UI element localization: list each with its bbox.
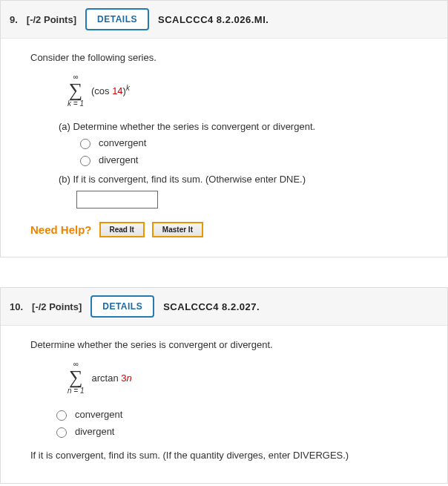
term-prefix: (cos <box>91 86 112 97</box>
sigma-lower: n = 1 <box>67 387 85 395</box>
sigma-icon: ∞ ∑ n = 1 <box>67 361 85 395</box>
part-a-text: (a) Determine whether the series is conv… <box>59 121 426 132</box>
radio-label: convergent <box>75 409 122 420</box>
need-help-label: Need Help? <box>30 223 92 236</box>
radio-divergent[interactable] <box>56 427 67 438</box>
question-header: 9. [-/2 Points] DETAILS SCALCCC4 8.2.026… <box>1 1 447 39</box>
option-convergent[interactable]: convergent <box>53 408 426 421</box>
master-it-button[interactable]: Master It <box>152 222 203 237</box>
term-number: 3 <box>121 372 126 384</box>
radio-convergent[interactable] <box>56 410 67 421</box>
term-number: 14 <box>112 86 122 97</box>
radio-label: convergent <box>99 137 146 148</box>
help-row: Need Help? Read It Master It <box>30 222 426 237</box>
part-b-text: (b) If it is convergent, find its sum. (… <box>59 174 426 185</box>
question-number: 9. <box>10 14 18 25</box>
option-divergent[interactable]: divergent <box>76 154 426 166</box>
reference-code: SCALCCC4 8.2.026.MI. <box>158 14 269 25</box>
sigma-symbol: ∑ <box>69 368 83 387</box>
option-divergent[interactable]: divergent <box>53 425 426 438</box>
sigma-symbol: ∑ <box>69 81 83 100</box>
radio-label: divergent <box>99 154 138 165</box>
prompt-text: Consider the following series. <box>30 52 426 63</box>
question-number: 10. <box>10 301 23 312</box>
series-term: (cos 14)k <box>91 84 130 96</box>
points-label: [-/2 Points] <box>27 14 76 25</box>
series-expression: ∞ ∑ n = 1 arctan 3n <box>67 361 426 395</box>
series-term: arctan 3n <box>92 372 132 384</box>
option-convergent[interactable]: convergent <box>76 137 426 149</box>
sigma-icon: ∞ ∑ k = 1 <box>67 73 84 108</box>
question-header: 10. [-/2 Points] DETAILS SCALCCC4 8.2.02… <box>1 288 447 326</box>
reference-code: SCALCCC4 8.2.027. <box>163 301 260 312</box>
read-it-button[interactable]: Read It <box>99 222 145 237</box>
sigma-lower: k = 1 <box>67 100 84 108</box>
followup-text: If it is convergent, find its sum. (If t… <box>30 450 426 461</box>
details-button[interactable]: DETAILS <box>85 8 149 30</box>
question-10: 10. [-/2 Points] DETAILS SCALCCC4 8.2.02… <box>0 287 448 484</box>
details-button[interactable]: DETAILS <box>90 295 154 318</box>
series-expression: ∞ ∑ k = 1 (cos 14)k <box>67 73 426 108</box>
radio-divergent[interactable] <box>80 156 90 166</box>
question-9: 9. [-/2 Points] DETAILS SCALCCC4 8.2.026… <box>0 0 448 257</box>
radio-convergent[interactable] <box>80 139 90 149</box>
term-prefix: arctan <box>92 372 122 384</box>
term-exponent: k <box>126 84 130 92</box>
prompt-text: Determine whether the series is converge… <box>30 339 426 350</box>
term-variable: n <box>127 372 132 384</box>
sum-input[interactable] <box>76 191 158 208</box>
points-label: [-/2 Points] <box>32 301 82 312</box>
question-body: Determine whether the series is converge… <box>1 326 447 483</box>
question-body: Consider the following series. ∞ ∑ k = 1… <box>1 39 447 257</box>
radio-label: divergent <box>75 426 114 437</box>
